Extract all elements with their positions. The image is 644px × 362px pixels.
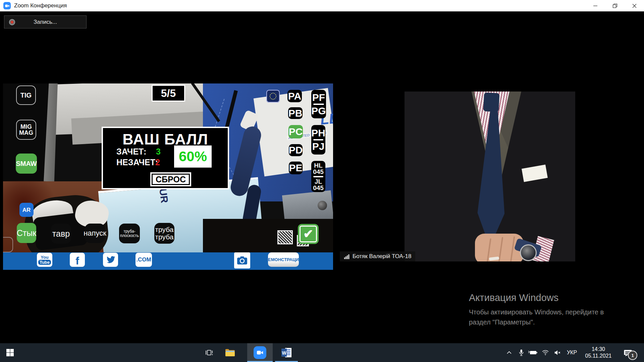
camera-icon (236, 255, 248, 265)
score-dialog: ВАШ БАЛЛ ЗАЧЕТ: 3 НЕЗАЧЕТ: 2 60% СБРОС (102, 127, 229, 189)
tp-bottom-label: плоскость (120, 234, 139, 238)
screenshot-button[interactable] (234, 252, 250, 268)
tray-clock[interactable]: 14:30 05.11.2021 (581, 343, 616, 362)
position-button-pd[interactable]: PD (289, 144, 303, 156)
joint-button-napusk[interactable]: напуск (85, 224, 105, 243)
pa-label: PA (288, 91, 301, 101)
tray-microphone[interactable] (516, 343, 527, 362)
eu-flag-icon[interactable] (266, 90, 280, 103)
pass-label: ЗАЧЕТ: (116, 147, 146, 157)
start-button[interactable] (0, 343, 20, 362)
styk-label: Стык (17, 229, 36, 237)
task-view-button[interactable] (199, 343, 219, 362)
pj-label: PJ (312, 141, 325, 152)
percent-value: 60% (179, 148, 207, 165)
pass-value: 3 (156, 147, 161, 157)
smaw-label: SMAW (16, 160, 37, 167)
tig-label: TIG (20, 92, 32, 99)
file-explorer-button[interactable] (220, 343, 240, 362)
position-button-pf-pg[interactable]: PFPG (311, 90, 326, 118)
activation-watermark-line2: раздел "Параметры". (469, 318, 535, 326)
scene-watch-face (520, 244, 537, 261)
website-button[interactable]: .COM (136, 253, 152, 267)
file-explorer-icon (225, 348, 235, 357)
attempts-counter: 5/5 (152, 85, 185, 102)
position-button-ph-pj[interactable]: PHPJ (311, 125, 325, 155)
napusk-label: напуск (84, 229, 106, 237)
position-button-pc-selected[interactable]: PC (288, 125, 303, 138)
restore-button[interactable] (605, 0, 625, 11)
recording-label: Запись... (16, 19, 75, 25)
position-button-hl045-jl045[interactable]: HL045 JL045 (311, 161, 325, 192)
joint-button-tavr[interactable]: тавр (51, 224, 71, 244)
tray-show-hidden-icons[interactable] (503, 343, 515, 362)
pc-label: PC (289, 127, 303, 137)
youtube-button[interactable]: You Tube (37, 253, 52, 267)
divider (313, 139, 323, 140)
joint-button-styk[interactable]: Стык (17, 223, 36, 243)
youtube-icon: You (41, 255, 49, 259)
jl-num: 045 (313, 185, 324, 191)
tt-bottom-label: труба (155, 233, 173, 241)
score-percent: 60% (174, 145, 212, 168)
minimize-button[interactable] (586, 0, 605, 11)
facebook-icon: f (75, 255, 79, 267)
taskbar-zoom-button[interactable] (247, 343, 273, 362)
participant-name: Ботяк Валерій ТОА-18 (353, 253, 411, 260)
fail-value: 2 (155, 158, 160, 167)
shared-screen: LD AUGMENTED TRAINING PUR ❯ TIG MIG MAG … (3, 83, 333, 270)
mag-label: MAG (19, 130, 33, 136)
eu-stars-icon (269, 92, 277, 101)
divider (313, 176, 323, 177)
check-icon: ✔ (300, 226, 317, 242)
ph-label: PH (311, 128, 325, 138)
pg-label: PG (311, 106, 326, 116)
tray-battery[interactable] (526, 343, 539, 362)
process-button-smaw[interactable]: SMAW (16, 154, 37, 174)
ar-label: AR (22, 207, 31, 213)
recording-indicator[interactable]: Запись... (4, 15, 87, 28)
twitter-button[interactable] (103, 253, 118, 267)
joint-button-truba-truba[interactable]: труба труба (154, 223, 174, 244)
position-button-pe[interactable]: PE (289, 162, 303, 174)
confirm-button[interactable]: ✔ (298, 224, 319, 244)
minimize-icon (593, 3, 598, 8)
record-icon (8, 18, 16, 26)
task-view-icon (204, 348, 214, 357)
facebook-button[interactable]: f (70, 253, 85, 267)
video-camera-icon (5, 3, 10, 8)
chevron-up-icon (506, 350, 512, 356)
counter-value: 5/5 (161, 87, 176, 100)
com-label: .COM (136, 256, 151, 263)
joint-button-truba-ploskost[interactable]: труба- плоскость (119, 224, 140, 243)
zoom-taskbar-icon (254, 346, 266, 359)
ar-mode-button[interactable]: AR (19, 203, 34, 217)
close-button[interactable] (625, 0, 644, 11)
action-center-button[interactable]: 1 (618, 343, 638, 362)
position-button-pb[interactable]: PB (288, 107, 303, 119)
tray-language-indicator[interactable]: УКР (564, 343, 580, 362)
pd-label: PD (289, 145, 303, 155)
tp-top-label: труба- (123, 229, 135, 234)
process-button-migmag[interactable]: MIG MAG (16, 120, 36, 140)
audio-level-icon (344, 253, 350, 259)
hl-num: 045 (313, 169, 324, 175)
window-title: Zoom Конференция (14, 2, 67, 9)
divider (313, 104, 324, 105)
demonstration-button[interactable]: ДЕМОНСТРАЦИЯ (268, 252, 299, 267)
word-icon: W (281, 348, 292, 358)
tray-volume-muted[interactable] (551, 343, 564, 362)
taskbar-word-button[interactable]: W (274, 343, 299, 362)
twitter-icon (106, 255, 115, 264)
svg-text:W: W (282, 350, 286, 356)
activation-watermark-line1: Чтобы активировать Windows, перейдите в (469, 308, 604, 316)
process-button-tig[interactable]: TIG (16, 85, 36, 105)
tray-wifi[interactable] (539, 343, 551, 362)
position-button-pa[interactable]: PA (287, 90, 302, 102)
reset-button[interactable]: СБРОС (152, 174, 190, 185)
windows-logo-icon (6, 349, 14, 357)
desktop: Zoom Конференция Запись... (0, 0, 644, 362)
scene-qr-code (277, 230, 293, 244)
fail-label: НЕЗАЧЕТ: (116, 158, 158, 167)
reset-label: СБРОС (156, 175, 186, 184)
